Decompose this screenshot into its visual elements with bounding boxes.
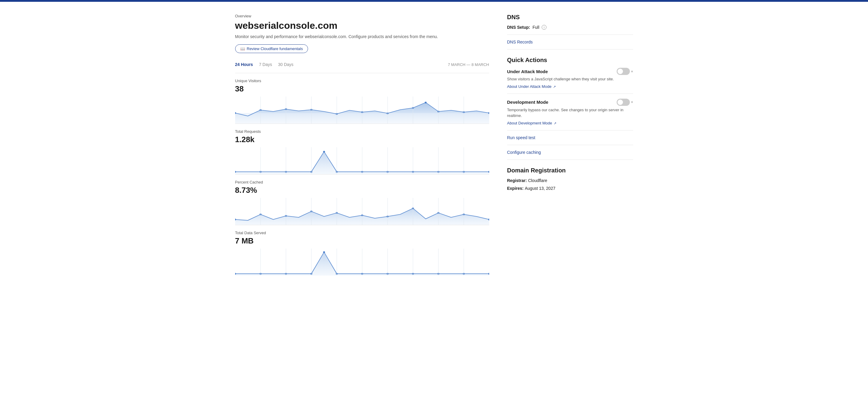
main-content: Overview webserialconsole.com Monitor se… [235,14,489,276]
percent-cached-value: 8.73% [235,186,489,195]
development-toggle-track[interactable] [617,99,630,106]
dns-setup-label: DNS Setup: [507,25,530,30]
development-toggle-x: ✕ [631,100,633,104]
configure-caching-link[interactable]: Configure caching [507,150,633,155]
review-btn-label: Review Cloudflare fundamentals [247,46,303,51]
dns-section-title: DNS [507,14,633,21]
total-requests-label: Total Requests [235,129,489,134]
svg-point-8 [425,102,427,103]
external-link-icon: ↗ [553,85,556,89]
dns-setup-row: DNS Setup: Full i [507,25,633,30]
under-attack-toggle-thumb [618,69,623,74]
total-requests-chart [235,147,489,174]
quick-actions-title: Quick Actions [507,57,633,64]
development-description: Temporarily bypass our cache. See change… [507,107,633,119]
under-attack-link[interactable]: About Under Attack Mode ↗ [507,84,556,89]
under-attack-mode-title: Under Attack Mode [507,69,548,74]
development-mode-link[interactable]: About Development Mode ↗ [507,121,557,125]
domain-registration-title: Domain Registration [507,167,633,174]
development-toggle[interactable]: ✕ [617,99,633,106]
review-fundamentals-button[interactable]: 📖 Review Cloudflare fundamentals [235,44,308,53]
total-requests-section: Total Requests 1.28k [235,124,489,174]
sidebar: DNS DNS Setup: Full i DNS Records Quick … [507,14,633,276]
percent-cached-section: Percent Cached 8.73% [235,174,489,225]
total-data-chart [235,249,489,276]
dns-divider [507,34,633,35]
unique-visitors-chart [235,97,489,124]
unique-visitors-label: Unique Visitors [235,78,489,83]
total-data-section: Total Data Served 7 MB [235,225,489,276]
registrar-label: Registrar: [507,178,527,183]
site-description: Monitor security and performance for web… [235,34,489,39]
development-link-label: About Development Mode [507,121,552,125]
time-btn-7d[interactable]: 7 Days [259,62,272,67]
external-link-icon2: ↗ [554,122,556,125]
actions-divider2 [507,130,633,130]
time-range-row: 24 Hours 7 Days 30 Days 7 MARCH — 8 MARC… [235,62,489,67]
book-icon: 📖 [240,46,245,51]
under-attack-link-label: About Under Attack Mode [507,84,552,89]
development-toggle-thumb [618,100,623,105]
unique-visitors-section: Unique Visitors 38 [235,73,489,124]
under-attack-mode-item: Under Attack Mode ✕ Show visitors a Java… [507,68,633,89]
total-data-label: Total Data Served [235,231,489,235]
development-mode-title: Development Mode [507,100,549,105]
site-title: webserialconsole.com [235,20,489,31]
run-speed-test-link[interactable]: Run speed test [507,135,633,140]
domain-registration-section: Domain Registration Registrar: Cloudflar… [507,167,633,191]
dns-records-link[interactable]: DNS Records [507,40,633,44]
expires-value: August 13, 2027 [525,186,555,191]
development-mode-item: Development Mode ✕ Temporarily bypass ou… [507,99,633,125]
registrar-value: Cloudflare [528,178,547,183]
total-requests-value: 1.28k [235,135,489,144]
svg-point-66 [323,251,325,253]
svg-point-25 [323,151,325,153]
dns-divider2 [507,49,633,50]
dns-section: DNS DNS Setup: Full i DNS Records [507,14,633,50]
percent-cached-chart [235,198,489,225]
actions-divider1 [507,94,633,94]
expires-label: Expires: [507,186,524,191]
under-attack-toggle-track[interactable] [617,68,630,75]
under-attack-toggle-x: ✕ [631,70,633,73]
quick-actions-section: Quick Actions Under Attack Mode ✕ Show v… [507,57,633,160]
percent-cached-label: Percent Cached [235,180,489,185]
development-mode-row: Development Mode ✕ [507,99,633,106]
under-attack-description: Show visitors a JavaScript challenge whe… [507,76,633,82]
total-data-value: 7 MB [235,236,489,246]
time-btn-24h[interactable]: 24 Hours [235,62,253,67]
actions-divider3 [507,145,633,145]
unique-visitors-value: 38 [235,84,489,94]
registrar-row: Registrar: Cloudflare [507,178,633,183]
overview-label: Overview [235,14,489,18]
under-attack-toggle[interactable]: ✕ [617,68,633,75]
date-range: 7 MARCH — 8 MARCH [448,62,489,67]
dns-setup-value: Full [533,25,539,30]
expires-row: Expires: August 13, 2027 [507,186,633,191]
under-attack-mode-row: Under Attack Mode ✕ [507,68,633,75]
info-icon[interactable]: i [542,25,547,30]
time-btn-30d[interactable]: 30 Days [278,62,293,67]
